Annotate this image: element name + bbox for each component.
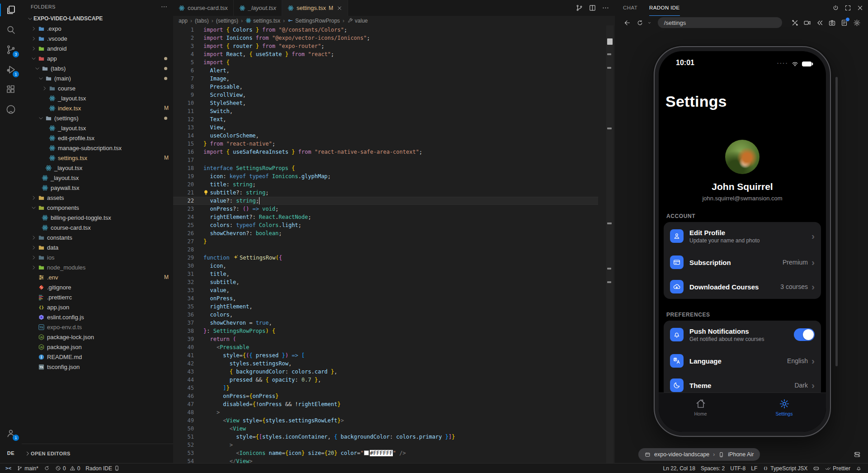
language-mode[interactable]: {}TypeScript JSX <box>760 464 810 473</box>
panel-tab-chat[interactable]: CHAT <box>623 0 637 16</box>
tree-item[interactable]: _layout.tsx <box>22 173 173 183</box>
encoding[interactable]: UTF-8 <box>727 464 748 473</box>
reload-icon[interactable] <box>635 18 644 28</box>
tree-item[interactable]: components <box>22 203 173 213</box>
tree-item[interactable]: paywall.tsx <box>22 183 173 193</box>
tree-item[interactable]: index.tsxM <box>22 103 173 113</box>
tree-item[interactable]: eslint.config.js <box>22 312 173 322</box>
settings-row-push-notifications[interactable]: Push NotificationsGet notified about new… <box>664 321 821 349</box>
code-editor[interactable]: 1import { Colors } from "@/constants/Col… <box>173 25 615 463</box>
settings-row-language[interactable]: LanguageEnglish› <box>664 349 821 373</box>
tree-item[interactable]: (tabs) <box>22 63 173 73</box>
activitybar-extensions[interactable] <box>0 80 22 99</box>
tree-item[interactable]: JSpackage.json <box>22 342 173 352</box>
tab-course-card.tsx[interactable]: course-card.tsx <box>173 0 234 16</box>
tree-item[interactable]: {}app.json <box>22 302 173 312</box>
close-icon[interactable] <box>857 5 863 11</box>
tree-item[interactable]: JSpackage-lock.json <box>22 332 173 342</box>
tree-root[interactable]: EXPO-VIDEO-LANDSCAPE <box>22 14 173 24</box>
settings-row-subscription[interactable]: SubscriptionPremium› <box>664 250 821 274</box>
tree-item[interactable]: assets <box>22 193 173 203</box>
tree-item[interactable]: node_modules <box>22 262 173 272</box>
tree-item[interactable]: data <box>22 242 173 252</box>
screenshot-icon[interactable] <box>827 18 837 28</box>
source-control-graph-icon[interactable] <box>576 4 583 12</box>
toggle-switch[interactable] <box>794 328 815 341</box>
settings-row-edit-profile[interactable]: Edit ProfileUpdate your name and photo› <box>664 222 821 250</box>
panel-scrollbar[interactable] <box>835 77 838 366</box>
lightbulb-icon[interactable] <box>203 189 209 195</box>
folders-more-icon[interactable] <box>160 3 168 10</box>
record-screen-icon[interactable] <box>802 18 812 28</box>
activitybar-explorer[interactable] <box>0 0 22 20</box>
device-settings-icon[interactable] <box>854 451 861 458</box>
activitybar-run-debug[interactable]: 1 <box>0 60 22 80</box>
tree-item[interactable]: (settings) <box>22 113 173 123</box>
tree-item[interactable]: course-card.tsx <box>22 222 173 232</box>
tree-item[interactable]: course <box>22 83 173 93</box>
replay-icon[interactable] <box>815 18 824 28</box>
back-icon[interactable] <box>623 18 632 28</box>
tree-item[interactable]: (main) <box>22 73 173 83</box>
tree-item[interactable]: _layout.tsx <box>22 123 173 133</box>
tree-item[interactable]: .prettierrc <box>22 292 173 302</box>
tree-item[interactable]: app <box>22 53 173 63</box>
close-icon[interactable] <box>337 5 342 11</box>
breadcrumb-item[interactable]: (tabs) <box>195 18 209 24</box>
reload-dropdown-icon[interactable] <box>647 21 651 25</box>
tree-item[interactable]: TSexpo-env.d.ts <box>22 322 173 332</box>
tree-item[interactable]: settings.tsxM <box>22 153 173 163</box>
iphone-screen[interactable]: 10:01····SettingsJohn Squirreljohn.squir… <box>659 51 826 432</box>
power-icon[interactable] <box>832 5 839 11</box>
url-input[interactable]: /settings <box>658 17 782 28</box>
phone-tab-home[interactable]: Home <box>659 393 742 432</box>
minimap[interactable] <box>606 25 613 463</box>
branch-status[interactable]: main* <box>14 464 41 473</box>
activitybar-github[interactable] <box>0 99 22 119</box>
settings-row-downloaded-courses[interactable]: Downloaded Courses3 courses› <box>664 274 821 299</box>
cursor-position[interactable]: Ln 22, Col 18 <box>660 464 698 473</box>
activitybar-radon-ide[interactable]: DE <box>0 443 22 463</box>
radon-ide-status[interactable]: Radon IDE <box>83 464 123 473</box>
split-editor-icon[interactable] <box>589 4 596 12</box>
tree-item[interactable]: TStsconfig.json <box>22 362 173 372</box>
tree-item[interactable]: .gitignore <box>22 282 173 292</box>
tree-item[interactable]: _layout.tsx <box>22 93 173 103</box>
remote-indicator[interactable]: >< <box>3 464 14 473</box>
breadcrumb-item[interactable]: SettingsRowProps <box>288 18 340 24</box>
open-editors-section[interactable]: OPEN EDITORS <box>22 444 173 463</box>
tree-item[interactable]: billing-period-toggle.tsx <box>22 213 173 222</box>
tab-settings.tsx[interactable]: settings.tsxM <box>282 0 348 16</box>
tree-item[interactable]: _layout.tsx <box>22 163 173 173</box>
formatter-status[interactable]: Prettier <box>822 464 853 473</box>
activitybar-search[interactable] <box>0 20 22 40</box>
tab-_layout.tsx[interactable]: _layout.tsx <box>234 0 282 16</box>
fit-screen-icon[interactable] <box>844 5 851 11</box>
breadcrumb-item[interactable]: value <box>347 18 368 24</box>
activitybar-accounts[interactable]: 1 <box>0 423 22 443</box>
tree-item[interactable]: .envM <box>22 272 173 282</box>
avatar[interactable] <box>725 140 760 174</box>
dev-tools-icon[interactable] <box>790 18 800 28</box>
activitybar-source-control[interactable]: 3 <box>0 40 22 60</box>
sync-status[interactable] <box>41 464 52 473</box>
logs-icon[interactable] <box>840 18 849 28</box>
tree-item[interactable]: .vscode <box>22 33 173 43</box>
tree-item[interactable]: manage-subscription.tsx <box>22 143 173 153</box>
tree-item[interactable]: README.md <box>22 352 173 362</box>
panel-tab-radon-ide[interactable]: RADON IDE <box>649 0 680 16</box>
tree-item[interactable]: ios <box>22 252 173 262</box>
tree-item[interactable]: android <box>22 43 173 53</box>
copilot-status[interactable] <box>810 464 822 473</box>
problems-status[interactable]: 00 <box>52 464 83 473</box>
tree-item[interactable]: constants <box>22 232 173 242</box>
indentation[interactable]: Spaces: 2 <box>698 464 727 473</box>
tree-item[interactable]: .expo <box>22 24 173 33</box>
more-actions-icon[interactable] <box>602 4 609 12</box>
notifications-bell[interactable] <box>853 464 864 473</box>
breadcrumb-item[interactable]: app <box>179 18 188 24</box>
phone-tab-settings[interactable]: Settings <box>742 393 826 432</box>
breadcrumb-item[interactable]: settings.tsx <box>245 18 280 24</box>
device-selector[interactable]: expo-video-landscape›iPhone Air <box>638 448 760 461</box>
eol[interactable]: LF <box>748 464 760 473</box>
